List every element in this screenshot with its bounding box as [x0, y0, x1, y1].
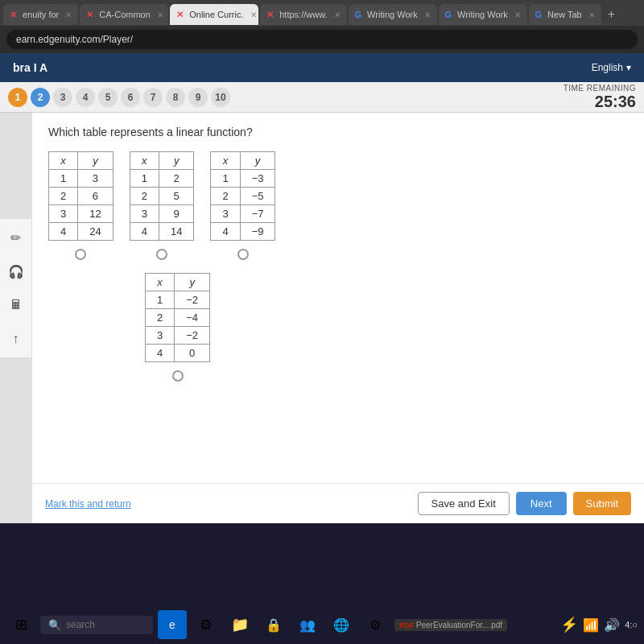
save-exit-button[interactable]: Save and Exit	[418, 492, 510, 515]
left-toolbar: ✏ 🎧 🖩 ↑	[0, 219, 32, 357]
question-text: Which table represents a linear function…	[48, 126, 628, 138]
tab-label-2: CA-Common	[99, 10, 151, 19]
tab-7[interactable]: G New Tab ✕	[529, 4, 601, 25]
table-row: 414	[130, 223, 194, 241]
table-option-d: x y 1−2 2−4 3−2 40	[145, 273, 210, 382]
next-button[interactable]: Next	[516, 492, 567, 515]
tab-close-5[interactable]: ✕	[424, 10, 431, 19]
pencil-tool[interactable]: ✏	[4, 225, 28, 250]
cell: 3	[146, 327, 175, 345]
table-row: 2−5	[211, 188, 275, 205]
taskbar-search[interactable]: 🔍	[40, 616, 153, 634]
radio-option-d[interactable]	[172, 370, 184, 382]
table-d-header-x: x	[146, 274, 175, 291]
windows-start-icon[interactable]: ⊞	[6, 610, 35, 639]
content-wrapper: 1 2 3 4 5 6 7 8 9 10 TIME REMAINING 25:3…	[0, 82, 644, 523]
tab-label-7: New Tab	[547, 10, 582, 19]
headphone-tool[interactable]: 🎧	[4, 259, 28, 283]
cell: 3	[130, 205, 159, 223]
cell: 3	[211, 205, 240, 223]
cell: 4	[130, 223, 159, 241]
tab-label-5: Writing Work	[367, 10, 418, 19]
table-row: 2−4	[146, 309, 210, 327]
tables-container: x y 13 26 312 424	[48, 151, 628, 382]
question-num-7[interactable]: 7	[143, 88, 163, 107]
table-row: 39	[130, 205, 194, 223]
volume-icon: 🔊	[604, 617, 620, 633]
quiz-toolbar: 1 2 3 4 5 6 7 8 9 10 TIME REMAINING 25:3…	[0, 82, 644, 113]
question-num-5[interactable]: 5	[98, 88, 118, 107]
tab-3[interactable]: ✕ Online Curric. ✕	[170, 4, 258, 25]
timer-label: TIME REMAINING	[564, 84, 636, 93]
new-tab-button[interactable]: +	[603, 7, 620, 22]
tab-close-6[interactable]: ✕	[514, 10, 521, 19]
tab-5[interactable]: G Writing Work ✕	[349, 4, 437, 25]
tab-label-3: Online Curric.	[189, 10, 243, 19]
cell: 1	[146, 291, 175, 309]
tab-label-4: https://www.	[279, 10, 327, 19]
table-row: 424	[49, 223, 114, 241]
language-selector[interactable]: English ▾	[592, 62, 631, 73]
tab-x-icon-1: ✕	[10, 10, 17, 20]
question-num-10[interactable]: 10	[211, 88, 230, 107]
radio-option-c[interactable]	[237, 249, 249, 260]
data-table-d: x y 1−2 2−4 3−2 40	[145, 273, 210, 362]
table-a-header-y: y	[78, 152, 113, 170]
radio-option-b[interactable]	[156, 249, 167, 260]
chrome-icon[interactable]: ⚙	[192, 610, 221, 639]
table-row: 26	[49, 188, 114, 205]
tab-close-4[interactable]: ✕	[334, 10, 341, 19]
teams-icon[interactable]: 👥	[293, 610, 322, 639]
mark-return-link[interactable]: Mark this and return	[45, 498, 131, 510]
question-number-bar: 1 2 3 4 5 6 7 8 9 10	[8, 88, 230, 107]
question-num-8[interactable]: 8	[166, 88, 185, 107]
question-num-3[interactable]: 3	[53, 88, 72, 107]
submit-button[interactable]: Submit	[573, 492, 631, 515]
question-num-2[interactable]: 2	[31, 88, 50, 107]
files-icon[interactable]: 📁	[225, 610, 254, 639]
table-row: 1−2	[146, 291, 210, 309]
settings-icon[interactable]: ⚙	[361, 610, 390, 639]
tab-6[interactable]: G Writing Work ✕	[439, 4, 527, 25]
question-num-4[interactable]: 4	[76, 88, 95, 107]
cell: 4	[49, 223, 78, 241]
pdf-file-label[interactable]: PDF PeerEvaluationFor....pdf	[394, 619, 507, 631]
calculator-tool[interactable]: 🖩	[4, 293, 28, 317]
tab-close-2[interactable]: ✕	[157, 10, 163, 19]
tab-1[interactable]: ✕ enuity for ✕	[3, 4, 78, 25]
chevron-down-icon: ▾	[626, 62, 631, 73]
main-content: Which table represents a linear function…	[32, 113, 644, 483]
app-header: bra I A English ▾	[0, 53, 644, 82]
tab-label-1: enuity for	[23, 10, 59, 19]
cell: 6	[78, 188, 113, 205]
tab-close-7[interactable]: ✕	[588, 10, 595, 19]
edge-icon[interactable]: e	[158, 610, 187, 639]
taskbar-search-input[interactable]	[66, 619, 130, 630]
browser2-icon[interactable]: 🌐	[327, 610, 356, 639]
question-num-9[interactable]: 9	[188, 88, 208, 107]
taskbar-right: ⚡ 📶 🔊 4:○	[560, 616, 638, 634]
tab-2[interactable]: ✕ CA-Common ✕	[80, 4, 168, 25]
cell: 1	[211, 170, 240, 188]
tab-4[interactable]: ✕ https://www. ✕	[260, 4, 346, 25]
lock-icon[interactable]: 🔒	[259, 610, 288, 639]
data-table-a: x y 13 26 312 424	[48, 151, 114, 241]
up-arrow-tool[interactable]: ↑	[4, 327, 28, 351]
address-input[interactable]	[6, 30, 638, 49]
tab-close-1[interactable]: ✕	[65, 10, 72, 19]
table-row: 12	[130, 170, 194, 188]
tab-google-icon-7: G	[535, 10, 543, 19]
cell: −2	[175, 291, 210, 309]
cell: 4	[146, 345, 175, 362]
table-row: 40	[146, 345, 210, 362]
table-b-header-x: x	[130, 152, 159, 170]
taskbar: ⊞ 🔍 e ⚙ 📁 🔒 👥 🌐 ⚙ PDF PeerEvaluationFor.…	[0, 605, 644, 644]
question-num-1[interactable]: 1	[8, 88, 27, 107]
tables-row-2: x y 1−2 2−4 3−2 40	[48, 273, 628, 382]
tab-x-icon-4: ✕	[266, 10, 274, 20]
cell: 2	[130, 188, 159, 205]
tab-google-icon-5: G	[355, 10, 362, 19]
question-num-6[interactable]: 6	[121, 88, 140, 107]
radio-option-a[interactable]	[75, 249, 86, 260]
tab-close-3[interactable]: ✕	[250, 10, 257, 19]
